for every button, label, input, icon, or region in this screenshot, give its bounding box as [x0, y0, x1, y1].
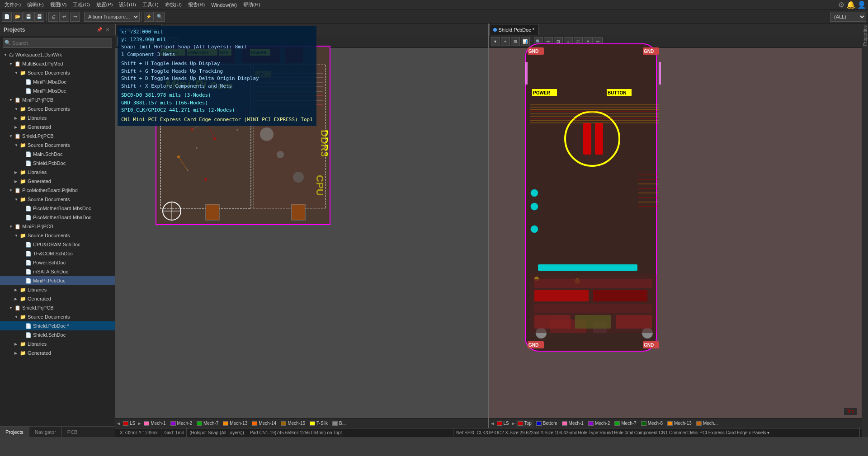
new-btn[interactable]: 📄 — [2, 12, 12, 22]
shield1-generated[interactable]: ▶ 📁 Generated — [0, 177, 115, 186]
minipi-prjpcb-1[interactable]: ▼ 📋 MiniPi.PrjPCB — [0, 95, 115, 104]
minipi1-source-docs[interactable]: ▼ 📁 Source Documents — [0, 104, 115, 113]
layer-mech7-label: Mech-7 — [203, 421, 218, 426]
layer-tsilk[interactable]: T-Silk — [308, 420, 330, 427]
layer-mech14-label: Mech-14 — [259, 421, 276, 426]
projects-tab[interactable]: Projects — [0, 427, 29, 437]
label: Libraries — [28, 287, 47, 292]
menu-edit[interactable]: 编辑(E) — [24, 0, 47, 9]
r-layer-bottom[interactable]: Bottom — [534, 420, 559, 427]
layer-left-arrow[interactable]: ◀ — [117, 421, 120, 426]
right-tab[interactable]: Shield.PcbDoc * — [489, 24, 539, 35]
properties-label[interactable]: Properties — [863, 25, 868, 46]
minipi-mbadoc[interactable]: 📄 MiniPi.MbaDoc — [0, 77, 115, 86]
r-layer-mech-more[interactable]: Mech... — [694, 420, 720, 427]
mba-icon: 📄 — [25, 79, 32, 85]
shield-pcbdoc-selected[interactable]: 📄 Shield.PcbDoc * — [0, 321, 115, 330]
pico-source-docs[interactable]: ▼ 📁 Source Documents — [0, 195, 115, 204]
shield-schdoc[interactable]: 📄 Shield.SchDoc — [0, 330, 115, 339]
r-layer-mech8[interactable]: Mech-8 — [639, 420, 665, 427]
r-layer-mech1[interactable]: Mech-1 — [560, 420, 585, 427]
label: Generated — [28, 350, 51, 356]
layer-mech7[interactable]: Mech-7 — [195, 420, 220, 427]
redo-btn[interactable]: ↪ — [70, 12, 80, 22]
view-dropdown[interactable]: Altium Transpare... — [84, 12, 140, 22]
zoom-btn[interactable]: 🔍 — [155, 12, 165, 22]
coords-seg: X:732mil Y:1239mil — [117, 428, 161, 437]
layer-ls[interactable]: LS — [121, 420, 137, 427]
menu-design[interactable]: 设计(D) — [116, 0, 138, 9]
power-schdoc[interactable]: 📄 Power.SchDoc — [0, 258, 115, 267]
msata-schdoc[interactable]: 📄 mSATA.SchDoc — [0, 267, 115, 276]
notifications-icon[interactable]: 🔔 — [846, 0, 855, 9]
minipi2-libraries[interactable]: ▶ 📁 Libraries — [0, 285, 115, 294]
settings-icon[interactable]: ⚙ — [838, 0, 844, 9]
panel-pin-btn[interactable]: 📌 — [96, 26, 103, 33]
pico-mbsdoc[interactable]: 📄 PicoMotherBoard.MbsDoc — [0, 204, 115, 213]
filter-btn[interactable]: ⚡ — [144, 12, 154, 22]
r-layer-mech7[interactable]: Mech-7 — [613, 420, 638, 427]
print-btn[interactable]: 🖨 — [48, 12, 58, 22]
shield-prjpcb-1[interactable]: ▼ 📋 Shield.PrjPCB — [0, 132, 115, 141]
save-all-btn[interactable]: 💾 — [34, 12, 44, 22]
undo-btn[interactable]: ↩ — [59, 12, 69, 22]
minipi-pcbdoc-selected[interactable]: 📄 MiniPi.PcbDoc — [0, 276, 115, 285]
shield1-source-docs[interactable]: ▼ 📁 Source Documents — [0, 141, 115, 150]
r-layer-ls[interactable]: LS — [495, 420, 511, 427]
layer-mech13[interactable]: Mech-13 — [221, 420, 249, 427]
tf-com-schdoc[interactable]: 📄 TF&COM.SchDoc — [0, 249, 115, 258]
layer-mech14[interactable]: Mech-14 — [250, 420, 278, 427]
all-dropdown[interactable]: (ALL) — [830, 12, 866, 22]
layer-mech1[interactable]: Mech-1 — [142, 420, 167, 427]
minipi2-source-docs[interactable]: ▼ 📁 Source Documents — [0, 231, 115, 240]
workspace-item[interactable]: ▼ 🗂 Workspace1.DsnWrk — [0, 50, 115, 59]
r-layer-mech13[interactable]: Mech-13 — [665, 420, 693, 427]
workspace-icon: 🗂 — [9, 52, 14, 57]
menu-file[interactable]: 文件(F) — [2, 0, 24, 9]
menu-help[interactable]: 帮助(H) — [241, 0, 263, 9]
shield2-generated[interactable]: ▶ 📁 Generated — [0, 348, 115, 357]
menu-reports[interactable]: 报告(R) — [185, 0, 208, 9]
pico-prjmbd[interactable]: ▼ 📋 PicoMotherBoard.PrjMbd — [0, 186, 115, 195]
pcb-canvas-right[interactable]: GND GND POWER BUTTON — [489, 39, 862, 428]
layer-b[interactable]: B... — [330, 420, 348, 427]
minipi-mbsdoc[interactable]: 📄 MiniPi.MbsDoc — [0, 86, 115, 95]
shield1-libraries[interactable]: ▶ 📁 Libraries — [0, 168, 115, 177]
main-schdoc[interactable]: 📄 Main.SchDoc — [0, 150, 115, 159]
menu-view[interactable]: 视图(V) — [47, 0, 70, 9]
cpu-dram-schdoc[interactable]: 📄 CPU&DRAM.SchDoc — [0, 240, 115, 249]
svg-point-81 — [531, 226, 538, 233]
pad-seg: Pad CN1-19(745.659mil,1256.064mil) on To… — [247, 428, 453, 437]
user-icon[interactable]: 👤 — [857, 0, 866, 9]
multiboard-source-docs[interactable]: ▼ 📁 Source Documents — [0, 68, 115, 77]
open-btn[interactable]: 📂 — [13, 12, 23, 22]
r-layer-mech2[interactable]: Mech-2 — [586, 420, 612, 427]
minipi2-generated[interactable]: ▶ 📁 Generated — [0, 294, 115, 303]
search-input[interactable] — [3, 38, 112, 48]
layer-left-arrow-r[interactable]: ◀ — [491, 421, 494, 426]
layer-mech15[interactable]: Mech-15 — [279, 420, 307, 427]
panel-close-btn[interactable]: ✕ — [104, 26, 111, 33]
menu-tools[interactable]: 工具(T) — [140, 0, 161, 9]
navigator-tab[interactable]: Navigator — [29, 427, 62, 437]
save-btn[interactable]: 💾 — [24, 12, 33, 22]
layer-right-arrow[interactable]: ▶ — [138, 421, 141, 426]
menu-window[interactable]: Window(W) — [208, 1, 240, 9]
shield-prjpcb-2[interactable]: ▼ 📋 Shield.PrjPCB — [0, 303, 115, 312]
minipi1-libraries[interactable]: ▶ 📁 Libraries — [0, 113, 115, 122]
minipi-prjpcb-2[interactable]: ▼ 📋 MiniPi.PrjPCB — [0, 222, 115, 231]
shield2-libraries[interactable]: ▶ 📁 Libraries — [0, 339, 115, 348]
shield-pcbdoc-1[interactable]: 📄 Shield.PcbDoc — [0, 159, 115, 168]
menu-route[interactable]: 布线(U) — [162, 0, 184, 9]
pcb-tab[interactable]: PCB — [62, 427, 84, 437]
r-layer-top[interactable]: Top — [516, 420, 533, 427]
menu-place[interactable]: 放置(P) — [94, 0, 116, 9]
pico-mbadoc[interactable]: 📄 PicoMotherBoard.MbaDoc — [0, 213, 115, 222]
menu-project[interactable]: 工程(C) — [70, 0, 92, 9]
layer-mech2[interactable]: Mech-2 — [169, 420, 194, 427]
hint2: Shift + G Toggle Heads Up Tracking — [121, 68, 313, 75]
multiboard-project[interactable]: ▼ 📋 MultiBoard.PrjMbd — [0, 59, 115, 68]
shield2-source-docs[interactable]: ▼ 📁 Source Documents — [0, 312, 115, 321]
minipi1-generated[interactable]: ▶ 📁 Generated — [0, 122, 115, 132]
layer-right-arrow-r[interactable]: ▶ — [512, 421, 515, 426]
